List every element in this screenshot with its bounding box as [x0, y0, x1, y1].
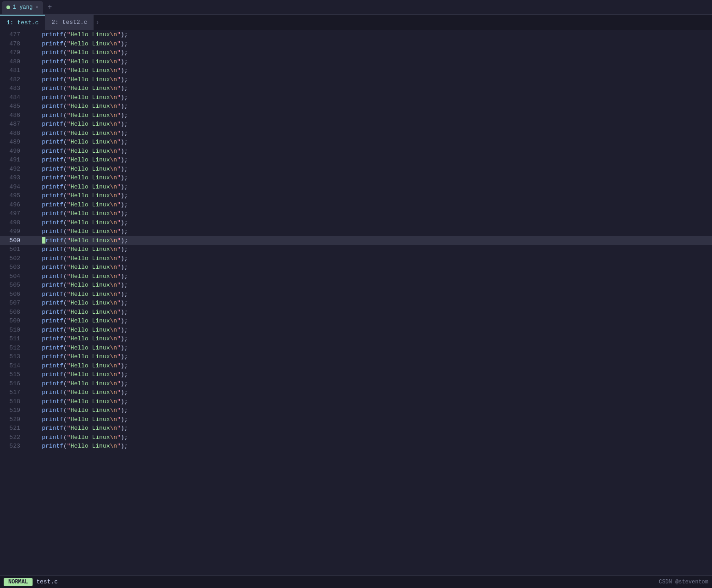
code-line: 523 printf("Hello Linux\n"); [0, 442, 712, 451]
code-line: 511 printf("Hello Linux\n"); [0, 334, 712, 344]
code-line: 510 printf("Hello Linux\n"); [0, 326, 712, 335]
line-number: 516 [0, 380, 28, 387]
code-content: printf("Hello Linux\n"); [28, 31, 712, 38]
code-content: printf("Hello Linux\n"); [28, 94, 712, 101]
code-line: 504 printf("Hello Linux\n"); [0, 272, 712, 281]
code-line: 502 printf("Hello Linux\n"); [0, 254, 712, 263]
code-content: printf("Hello Linux\n"); [28, 309, 712, 316]
code-line: 520 printf("Hello Linux\n"); [0, 415, 712, 424]
code-content: printf("Hello Linux\n"); [28, 362, 712, 369]
code-line: 484 printf("Hello Linux\n"); [0, 93, 712, 102]
tab-1-yang[interactable]: 1 yang ✕ [2, 1, 43, 14]
code-content: printf("Hello Linux\n"); [28, 183, 712, 190]
line-number: 508 [0, 309, 28, 316]
code-content: printf("Hello Linux\n"); [28, 121, 712, 128]
code-content: printf("Hello Linux\n"); [28, 353, 712, 360]
line-number: 507 [0, 300, 28, 306]
code-content: printf("Hello Linux\n"); [28, 219, 712, 226]
editor: 477 printf("Hello Linux\n");478 printf("… [0, 30, 712, 575]
code-line: 508 printf("Hello Linux\n"); [0, 308, 712, 317]
line-number: 495 [0, 192, 28, 199]
line-number: 506 [0, 291, 28, 298]
line-number: 510 [0, 327, 28, 333]
code-line: 487 printf("Hello Linux\n"); [0, 120, 712, 129]
line-number: 505 [0, 282, 28, 288]
code-content: printf("Hello Linux\n"); [28, 210, 712, 217]
line-number: 478 [0, 40, 28, 47]
code-area[interactable]: 477 printf("Hello Linux\n");478 printf("… [0, 30, 712, 575]
status-right: CSDN @steventom [659, 579, 708, 585]
line-number: 486 [0, 112, 28, 119]
code-content: printf("Hello Linux\n"); [28, 139, 712, 145]
code-line: 512 printf("Hello Linux\n"); [0, 344, 712, 353]
code-line: 486 printf("Hello Linux\n"); [0, 111, 712, 120]
code-line: 485 printf("Hello Linux\n"); [0, 102, 712, 111]
file-tab-test2-c[interactable]: 2: test2.c [45, 15, 94, 30]
code-line: 481 printf("Hello Linux\n"); [0, 66, 712, 75]
new-tab-button[interactable]: + [45, 2, 55, 12]
line-number: 492 [0, 166, 28, 172]
file-tab-label: 1: test.c [6, 19, 39, 26]
code-content: printf("Hello Linux\n"); [28, 398, 712, 405]
code-content: printf("Hello Linux\n"); [28, 85, 712, 92]
code-line: 496 printf("Hello Linux\n"); [0, 200, 712, 210]
code-line: 506 printf("Hello Linux\n"); [0, 290, 712, 299]
file-tab-test-c[interactable]: 1: test.c [0, 15, 45, 30]
status-bar: NORMAL test.c CSDN @steventom [0, 575, 712, 588]
line-number: 477 [0, 31, 28, 38]
code-line: 503 printf("Hello Linux\n"); [0, 263, 712, 272]
code-content: printf("Hello Linux\n"); [28, 327, 712, 333]
code-content: printf("Hello Linux\n"); [28, 228, 712, 235]
tab-dot [6, 6, 10, 9]
code-content: printf("Hello Linux\n"); [28, 335, 712, 342]
code-content: printf("Hello Linux\n"); [28, 317, 712, 324]
line-number: 489 [0, 139, 28, 145]
code-line: 479 printf("Hello Linux\n"); [0, 48, 712, 57]
code-content: printf("Hello Linux\n"); [28, 156, 712, 163]
line-number: 511 [0, 335, 28, 342]
code-line: 519 printf("Hello Linux\n"); [0, 406, 712, 415]
code-content: printf("Hello Linux\n"); [28, 443, 712, 449]
code-line: 499 printf("Hello Linux\n"); [0, 227, 712, 236]
code-content: printf("Hello Linux\n"); [28, 166, 712, 172]
code-content: printf("Hello Linux\n"); [28, 371, 712, 378]
status-filename: test.c [36, 578, 58, 585]
code-content: printf("Hello Linux\n"); [28, 255, 712, 262]
line-number: 487 [0, 121, 28, 128]
code-content: printf("Hello Linux\n"); [28, 264, 712, 271]
close-icon[interactable]: ✕ [35, 4, 39, 10]
line-number: 504 [0, 273, 28, 280]
tab-label: 1 yang [13, 4, 33, 11]
line-number: 499 [0, 228, 28, 235]
code-content: printf("Hello Linux\n"); [28, 40, 712, 47]
line-number: 502 [0, 255, 28, 262]
code-line: 500 rintf("Hello Linux\n"); [0, 236, 712, 245]
line-number: 520 [0, 416, 28, 423]
code-content: printf("Hello Linux\n"); [28, 389, 712, 396]
line-number: 501 [0, 246, 28, 253]
code-content: printf("Hello Linux\n"); [28, 380, 712, 387]
line-number: 484 [0, 94, 28, 101]
line-number: 515 [0, 371, 28, 378]
more-tabs-arrow[interactable]: › [95, 19, 99, 26]
file-tab-label: 2: test2.c [51, 19, 87, 26]
line-number: 518 [0, 398, 28, 405]
code-content: printf("Hello Linux\n"); [28, 130, 712, 137]
line-number: 497 [0, 210, 28, 217]
line-number: 503 [0, 264, 28, 271]
status-left: NORMAL test.c [4, 578, 58, 586]
code-content: printf("Hello Linux\n"); [28, 174, 712, 181]
line-number: 483 [0, 85, 28, 92]
code-line: 497 printf("Hello Linux\n"); [0, 209, 712, 218]
line-number: 512 [0, 344, 28, 351]
code-line: 515 printf("Hello Linux\n"); [0, 370, 712, 379]
line-number: 523 [0, 443, 28, 449]
code-line: 494 printf("Hello Linux\n"); [0, 183, 712, 192]
line-number: 482 [0, 76, 28, 83]
line-number: 498 [0, 219, 28, 226]
code-line: 482 printf("Hello Linux\n"); [0, 75, 712, 84]
code-line: 501 printf("Hello Linux\n"); [0, 245, 712, 254]
code-line: 490 printf("Hello Linux\n"); [0, 147, 712, 156]
code-line: 518 printf("Hello Linux\n"); [0, 397, 712, 406]
line-number: 514 [0, 362, 28, 369]
